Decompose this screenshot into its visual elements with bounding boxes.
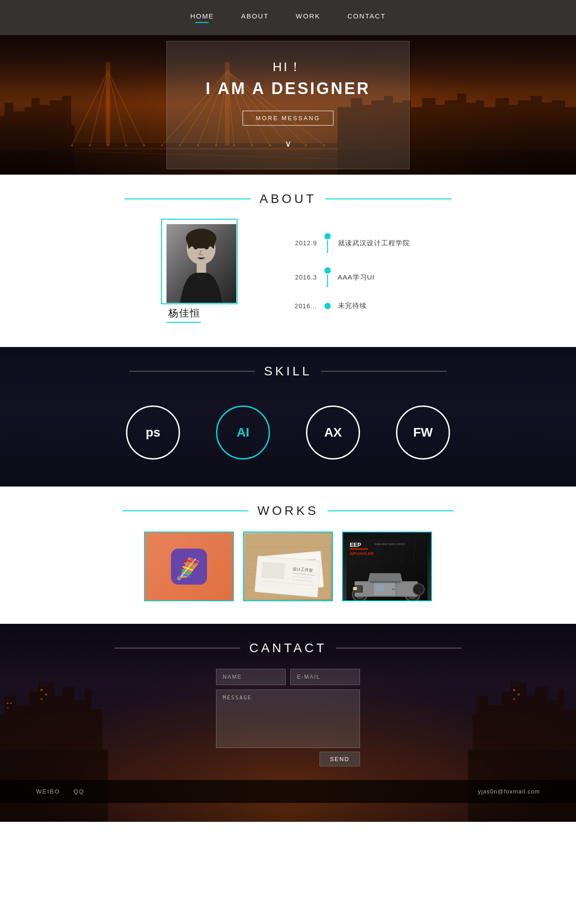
nav-link-work[interactable]: WORK (296, 12, 320, 20)
skill-circles: ps AI AX FW (0, 392, 576, 460)
about-title: ABOUT (260, 192, 316, 206)
timeline-line-1 (327, 275, 328, 287)
works-section: WORKS (0, 487, 576, 624)
about-section: ABOUT (0, 175, 576, 347)
svg-rect-121 (360, 586, 361, 592)
skill-line-left (129, 371, 255, 372)
footer-email: yjas0n@foxmail.com (478, 788, 540, 795)
svg-rect-122 (353, 587, 357, 590)
svg-rect-108 (350, 549, 368, 550)
hero-cta-button[interactable]: MORE MESSANG (243, 111, 333, 126)
svg-rect-124 (376, 585, 384, 591)
skill-ai[interactable]: AI (216, 406, 270, 460)
work-image-businesscard: 设计工作室 (244, 532, 332, 600)
timeline: 2012.9 就读武汉设计工程学院 2016.3 AAA学习UI 2016... (288, 224, 410, 325)
about-photo (166, 224, 236, 303)
timeline-dot-wrap-1 (324, 267, 331, 287)
nav-item-work[interactable]: WORK (296, 12, 320, 23)
work-item-2[interactable]: EEP WRANGLER HOME ABOUT WORK CONTACT (342, 532, 432, 601)
skill-fw[interactable]: FW (396, 406, 450, 460)
contact-section: CANTACT SEND WEIBO QQ yjas0n@foxmail.com (0, 624, 576, 822)
timeline-dot-2 (324, 303, 331, 309)
about-name: 杨佳恒 (166, 306, 201, 323)
timeline-dot-1 (324, 267, 331, 274)
works-title-row: WORKS (0, 487, 576, 532)
contact-form: SEND (0, 669, 576, 780)
navigation: HOME ABOUT WORK CONTACT (0, 0, 576, 35)
timeline-text-2: 未完待续 (338, 302, 367, 310)
hero-panel: HI！ I AM A DESIGNER MORE MESSANG ∨ (166, 41, 410, 169)
hero-section: HI！ I AM A DESIGNER MORE MESSANG ∨ (0, 35, 576, 175)
svg-point-72 (204, 246, 209, 249)
contact-line-right (336, 648, 462, 649)
skill-ai-label: AI (237, 425, 249, 440)
business-card-icon: 设计工作室 (245, 534, 331, 599)
nav-links: HOME ABOUT WORK CONTACT (190, 12, 386, 23)
svg-rect-125 (392, 589, 395, 590)
hero-greeting: HI！ (189, 59, 387, 76)
skill-line-right (321, 371, 447, 372)
footer-link-qq[interactable]: QQ (73, 788, 84, 795)
skill-fw-label: FW (413, 425, 433, 440)
timeline-item-0: 2012.9 就读武汉设计工程学院 (288, 233, 410, 253)
timeline-line-0 (327, 240, 328, 253)
svg-text:EEP: EEP (350, 542, 361, 548)
contact-title: CANTACT (249, 641, 327, 655)
about-content: 杨佳恒 2012.9 就读武汉设计工程学院 2016.3 AAA学习UI (0, 220, 576, 325)
about-photo-wrap: 杨佳恒 (166, 224, 243, 323)
send-button[interactable]: SEND (320, 752, 360, 766)
contact-title-row: CANTACT (0, 624, 576, 669)
skill-ps-label: ps (146, 425, 161, 440)
svg-rect-92 (261, 562, 285, 579)
skill-title-row: SKILL (0, 347, 576, 392)
jeep-poster-icon: EEP WRANGLER HOME ABOUT WORK CONTACT (346, 536, 428, 601)
about-title-row: ABOUT (0, 175, 576, 220)
svg-rect-73 (197, 264, 206, 273)
works-line-right (328, 510, 454, 511)
works-title: WORKS (257, 504, 319, 518)
skill-title: SKILL (264, 364, 312, 379)
timeline-item-1: 2016.3 AAA学习UI (288, 267, 410, 287)
footer-links: WEIBO QQ (36, 788, 85, 795)
skill-ps[interactable]: ps (126, 406, 180, 460)
svg-text:WRANGLER: WRANGLER (350, 551, 374, 556)
message-textarea[interactable] (216, 690, 360, 748)
svg-point-127 (413, 584, 424, 595)
timeline-dot-wrap-2 (324, 303, 331, 309)
svg-point-71 (194, 246, 198, 249)
work-item-1[interactable]: 设计工作室 (243, 532, 333, 601)
contact-inputs-row (216, 669, 360, 685)
name-input[interactable] (216, 669, 286, 685)
skill-section: SKILL ps AI AX FW (0, 347, 576, 487)
email-input[interactable] (290, 669, 360, 685)
work-image-jeep: EEP WRANGLER HOME ABOUT WORK CONTACT (343, 532, 431, 600)
footer: WEIBO QQ yjas0n@foxmail.com (0, 780, 576, 803)
timeline-year-2: 2016... (288, 302, 317, 310)
footer-link-weibo[interactable]: WEIBO (36, 788, 60, 795)
skill-ax-label: AX (324, 425, 342, 440)
about-line-left (125, 198, 251, 199)
skill-ax[interactable]: AX (306, 406, 360, 460)
nav-item-contact[interactable]: CONTACT (347, 12, 386, 23)
svg-rect-120 (357, 586, 359, 592)
timeline-item-2: 2016... 未完待续 (288, 302, 410, 310)
about-line-right (325, 198, 451, 199)
chevron-down-icon[interactable]: ∨ (189, 138, 387, 149)
timeline-text-1: AAA学习UI (338, 273, 375, 282)
timeline-year-1: 2016.3 (288, 274, 317, 281)
person-silhouette (166, 224, 236, 303)
nav-item-home[interactable]: HOME (190, 12, 214, 23)
nav-item-about[interactable]: ABOUT (241, 12, 269, 23)
nav-link-contact[interactable]: CONTACT (347, 12, 386, 20)
nav-link-home[interactable]: HOME (190, 12, 214, 20)
work-item-0[interactable] (144, 532, 234, 601)
timeline-year-0: 2012.9 (288, 239, 317, 247)
nav-underline (195, 22, 209, 23)
works-grid: 设计工作室 (0, 532, 576, 601)
send-btn-wrap: SEND (216, 752, 360, 766)
timeline-text-0: 就读武汉设计工程学院 (338, 239, 410, 248)
contact-line-left (114, 648, 240, 649)
work-image-feather (145, 532, 233, 600)
svg-text:HOME   ABOUT   WORK   CONTACT: HOME ABOUT WORK CONTACT (375, 543, 405, 545)
nav-link-about[interactable]: ABOUT (241, 12, 269, 20)
